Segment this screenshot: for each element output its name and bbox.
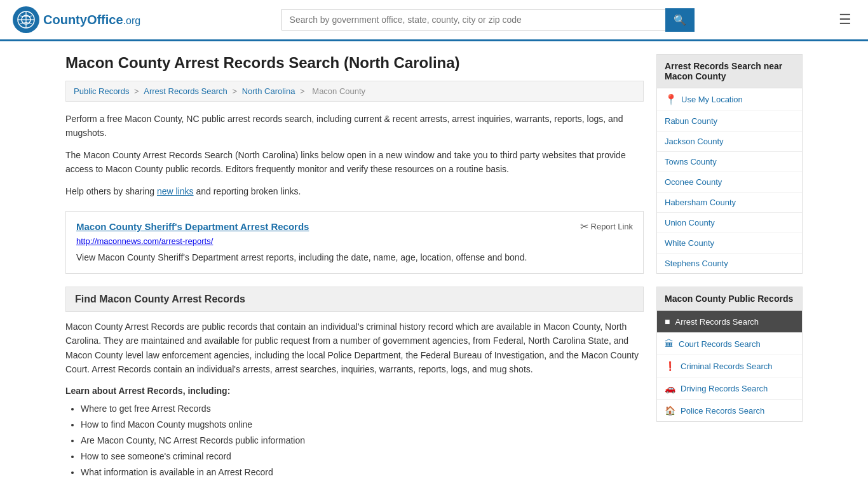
habersham-county-link[interactable]: Habersham County: [657, 193, 802, 212]
court-records-item[interactable]: 🏛 Court Records Search: [657, 333, 802, 355]
site-header: CountyOffice.org 🔍 ☰: [0, 0, 868, 41]
list-item: Are Macon County, NC Arrest Records publ…: [81, 433, 644, 449]
arrest-records-item[interactable]: ■ Arrest Records Search: [657, 311, 802, 333]
logo-text: CountyOffice.org: [43, 13, 140, 27]
breadcrumb-current: Macon County: [312, 86, 365, 96]
find-section-body: Macon County Arrest Records are public r…: [65, 320, 644, 377]
driving-records-link[interactable]: 🚗 Driving Records Search: [657, 377, 802, 399]
learn-list: Where to get free Arrest Records How to …: [65, 401, 644, 481]
breadcrumb-public-records[interactable]: Public Records: [74, 86, 129, 96]
find-section: Find Macon County Arrest Records Macon C…: [65, 287, 644, 481]
list-item: Where to get free Arrest Records: [81, 401, 644, 417]
logo-area: CountyOffice.org: [13, 6, 140, 33]
scissors-icon: ✂: [580, 220, 588, 233]
list-item[interactable]: Towns County: [657, 152, 802, 172]
description-2: The Macon County Arrest Records Search (…: [65, 148, 644, 177]
arrest-records-link[interactable]: ■ Arrest Records Search: [657, 311, 802, 332]
learn-title: Learn about Arrest Records, including:: [65, 386, 644, 396]
court-records-icon: 🏛: [665, 339, 674, 349]
list-item[interactable]: Rabun County: [657, 111, 802, 132]
list-item: How to see someone's criminal record: [81, 449, 644, 464]
logo-icon: [13, 6, 39, 33]
breadcrumb: Public Records > Arrest Records Search >…: [65, 81, 644, 102]
list-item[interactable]: Jackson County: [657, 132, 802, 152]
driving-records-item[interactable]: 🚗 Driving Records Search: [657, 377, 802, 400]
jackson-county-link[interactable]: Jackson County: [657, 132, 802, 151]
report-link[interactable]: ✂ Report Link: [580, 220, 633, 233]
search-button[interactable]: 🔍: [665, 8, 695, 32]
record-card: Macon County Sheriff's Department Arrest…: [65, 211, 644, 274]
union-county-link[interactable]: Union County: [657, 213, 802, 233]
nearby-counties-list: 📍 Use My Location Rabun County Jackson C…: [656, 88, 803, 274]
record-title-link[interactable]: Macon County Sheriff's Department Arrest…: [76, 221, 309, 232]
criminal-records-link[interactable]: ❗ Criminal Records Search: [657, 355, 802, 377]
description-1: Perform a free Macon County, NC public a…: [65, 112, 644, 140]
breadcrumb-north-carolina[interactable]: North Carolina: [242, 86, 295, 96]
police-records-item[interactable]: 🏠 Police Records Search: [657, 400, 802, 421]
public-records-section-title: Macon County Public Records: [656, 287, 803, 311]
page-title: Macon County Arrest Records Search (Nort…: [65, 54, 644, 72]
arrest-records-icon: ■: [665, 316, 670, 327]
hamburger-menu-button[interactable]: ☰: [835, 8, 855, 32]
list-item[interactable]: White County: [657, 233, 802, 254]
list-item[interactable]: Stephens County: [657, 254, 802, 273]
list-item: What information is available in an Arre…: [81, 464, 644, 480]
stephens-county-link[interactable]: Stephens County: [657, 254, 802, 273]
rabun-county-link[interactable]: Rabun County: [657, 111, 802, 131]
public-records-list: ■ Arrest Records Search 🏛 Court Records …: [656, 311, 803, 422]
description-3: Help others by sharing new links and rep…: [65, 184, 644, 198]
court-records-link[interactable]: 🏛 Court Records Search: [657, 333, 802, 355]
police-records-link[interactable]: 🏠 Police Records Search: [657, 400, 802, 421]
search-area: 🔍: [281, 8, 695, 32]
list-item[interactable]: Union County: [657, 213, 802, 233]
oconee-county-link[interactable]: Oconee County: [657, 172, 802, 192]
white-county-link[interactable]: White County: [657, 233, 802, 253]
search-input[interactable]: [281, 9, 665, 30]
nearby-section-title: Arrest Records Search near Macon County: [656, 54, 803, 88]
find-section-title: Find Macon County Arrest Records: [65, 287, 644, 312]
list-item: How to find Macon County mugshots online: [81, 417, 644, 433]
sidebar: Arrest Records Search near Macon County …: [656, 54, 803, 480]
towns-county-link[interactable]: Towns County: [657, 152, 802, 172]
main-container: Macon County Arrest Records Search (Nort…: [53, 41, 815, 488]
record-url[interactable]: http://maconnews.com/arrest-reports/: [76, 236, 633, 246]
record-description: View Macon County Sheriff's Department a…: [76, 251, 633, 264]
main-content: Macon County Arrest Records Search (Nort…: [65, 54, 644, 480]
breadcrumb-arrest-records[interactable]: Arrest Records Search: [144, 86, 227, 96]
list-item[interactable]: Habersham County: [657, 193, 802, 213]
use-location-item[interactable]: 📍 Use My Location: [657, 88, 802, 111]
list-item[interactable]: Oconee County: [657, 172, 802, 193]
use-location-link[interactable]: 📍 Use My Location: [657, 88, 802, 111]
police-records-icon: 🏠: [665, 405, 675, 416]
new-links-link[interactable]: new links: [157, 186, 194, 196]
driving-records-icon: 🚗: [665, 383, 675, 393]
criminal-records-item[interactable]: ❗ Criminal Records Search: [657, 355, 802, 377]
criminal-records-icon: ❗: [665, 361, 675, 371]
location-icon: 📍: [665, 93, 677, 105]
record-card-header: Macon County Sheriff's Department Arrest…: [76, 220, 633, 233]
